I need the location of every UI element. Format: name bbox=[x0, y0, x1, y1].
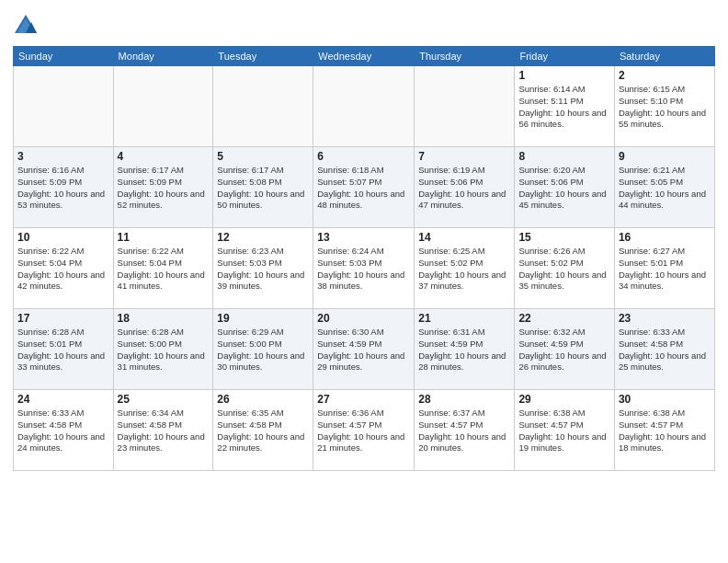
day-info: Sunrise: 6:21 AM Sunset: 5:05 PM Dayligh… bbox=[619, 165, 711, 212]
weekday-header-sunday: Sunday bbox=[14, 47, 114, 66]
day-number: 29 bbox=[518, 393, 609, 406]
day-cell: 29Sunrise: 6:38 AM Sunset: 4:57 PM Dayli… bbox=[515, 390, 614, 471]
day-cell: 20Sunrise: 6:30 AM Sunset: 4:59 PM Dayli… bbox=[313, 309, 415, 390]
day-number: 16 bbox=[619, 231, 711, 244]
day-number: 24 bbox=[17, 393, 109, 406]
day-cell: 4Sunrise: 6:17 AM Sunset: 5:09 PM Daylig… bbox=[113, 147, 213, 228]
day-cell: 30Sunrise: 6:38 AM Sunset: 4:57 PM Dayli… bbox=[614, 390, 714, 471]
day-cell: 6Sunrise: 6:18 AM Sunset: 5:07 PM Daylig… bbox=[313, 147, 415, 228]
day-info: Sunrise: 6:22 AM Sunset: 5:04 PM Dayligh… bbox=[17, 246, 109, 293]
day-info: Sunrise: 6:28 AM Sunset: 5:01 PM Dayligh… bbox=[17, 327, 109, 373]
day-cell: 10Sunrise: 6:22 AM Sunset: 5:04 PM Dayli… bbox=[14, 228, 114, 309]
day-info: Sunrise: 6:32 AM Sunset: 4:59 PM Dayligh… bbox=[518, 327, 609, 373]
day-number: 7 bbox=[418, 150, 510, 163]
day-cell: 28Sunrise: 6:37 AM Sunset: 4:57 PM Dayli… bbox=[415, 390, 515, 471]
day-cell bbox=[113, 66, 213, 147]
day-number: 12 bbox=[217, 231, 309, 244]
day-number: 10 bbox=[17, 231, 109, 244]
day-info: Sunrise: 6:19 AM Sunset: 5:06 PM Dayligh… bbox=[418, 165, 510, 212]
day-info: Sunrise: 6:23 AM Sunset: 5:03 PM Dayligh… bbox=[217, 246, 309, 293]
day-cell bbox=[415, 66, 515, 147]
day-number: 15 bbox=[518, 231, 609, 244]
day-info: Sunrise: 6:31 AM Sunset: 4:59 PM Dayligh… bbox=[418, 327, 510, 373]
day-cell: 3Sunrise: 6:16 AM Sunset: 5:09 PM Daylig… bbox=[14, 147, 114, 228]
day-cell: 2Sunrise: 6:15 AM Sunset: 5:10 PM Daylig… bbox=[614, 66, 714, 147]
day-info: Sunrise: 6:17 AM Sunset: 5:09 PM Dayligh… bbox=[118, 165, 210, 212]
day-cell bbox=[313, 66, 415, 147]
calendar-page: SundayMondayTuesdayWednesdayThursdayFrid… bbox=[0, 0, 728, 563]
logo bbox=[13, 13, 42, 39]
week-row-5: 24Sunrise: 6:33 AM Sunset: 4:58 PM Dayli… bbox=[14, 390, 715, 471]
day-info: Sunrise: 6:37 AM Sunset: 4:57 PM Dayligh… bbox=[418, 408, 510, 454]
day-number: 21 bbox=[418, 312, 510, 325]
day-number: 28 bbox=[418, 393, 510, 406]
day-cell bbox=[213, 66, 313, 147]
weekday-header-wednesday: Wednesday bbox=[313, 47, 415, 66]
day-cell: 9Sunrise: 6:21 AM Sunset: 5:05 PM Daylig… bbox=[614, 147, 714, 228]
day-info: Sunrise: 6:22 AM Sunset: 5:04 PM Dayligh… bbox=[118, 246, 210, 293]
day-info: Sunrise: 6:18 AM Sunset: 5:07 PM Dayligh… bbox=[317, 165, 410, 212]
weekday-header-saturday: Saturday bbox=[614, 47, 714, 66]
day-info: Sunrise: 6:26 AM Sunset: 5:02 PM Dayligh… bbox=[518, 246, 609, 293]
header bbox=[13, 9, 715, 39]
day-number: 23 bbox=[619, 312, 711, 325]
day-number: 19 bbox=[217, 312, 309, 325]
day-cell: 26Sunrise: 6:35 AM Sunset: 4:58 PM Dayli… bbox=[213, 390, 313, 471]
day-cell: 18Sunrise: 6:28 AM Sunset: 5:00 PM Dayli… bbox=[113, 309, 213, 390]
calendar-table: SundayMondayTuesdayWednesdayThursdayFrid… bbox=[13, 46, 715, 471]
day-number: 14 bbox=[418, 231, 510, 244]
day-cell: 8Sunrise: 6:20 AM Sunset: 5:06 PM Daylig… bbox=[515, 147, 614, 228]
day-cell: 16Sunrise: 6:27 AM Sunset: 5:01 PM Dayli… bbox=[614, 228, 714, 309]
day-info: Sunrise: 6:35 AM Sunset: 4:58 PM Dayligh… bbox=[217, 408, 309, 454]
day-cell: 13Sunrise: 6:24 AM Sunset: 5:03 PM Dayli… bbox=[313, 228, 415, 309]
day-number: 1 bbox=[518, 69, 609, 82]
day-number: 6 bbox=[317, 150, 410, 163]
day-number: 25 bbox=[118, 393, 210, 406]
day-cell: 25Sunrise: 6:34 AM Sunset: 4:58 PM Dayli… bbox=[113, 390, 213, 471]
day-cell: 5Sunrise: 6:17 AM Sunset: 5:08 PM Daylig… bbox=[213, 147, 313, 228]
day-info: Sunrise: 6:38 AM Sunset: 4:57 PM Dayligh… bbox=[619, 408, 711, 454]
day-info: Sunrise: 6:28 AM Sunset: 5:00 PM Dayligh… bbox=[118, 327, 210, 373]
logo-icon bbox=[13, 13, 39, 39]
weekday-header-row: SundayMondayTuesdayWednesdayThursdayFrid… bbox=[14, 47, 715, 66]
day-info: Sunrise: 6:29 AM Sunset: 5:00 PM Dayligh… bbox=[217, 327, 309, 373]
day-number: 8 bbox=[518, 150, 609, 163]
day-number: 27 bbox=[317, 393, 410, 406]
week-row-3: 10Sunrise: 6:22 AM Sunset: 5:04 PM Dayli… bbox=[14, 228, 715, 309]
weekday-header-tuesday: Tuesday bbox=[213, 47, 313, 66]
day-cell: 11Sunrise: 6:22 AM Sunset: 5:04 PM Dayli… bbox=[113, 228, 213, 309]
day-number: 13 bbox=[317, 231, 410, 244]
day-cell: 17Sunrise: 6:28 AM Sunset: 5:01 PM Dayli… bbox=[14, 309, 114, 390]
day-cell: 7Sunrise: 6:19 AM Sunset: 5:06 PM Daylig… bbox=[415, 147, 515, 228]
week-row-1: 1Sunrise: 6:14 AM Sunset: 5:11 PM Daylig… bbox=[14, 66, 715, 147]
day-info: Sunrise: 6:24 AM Sunset: 5:03 PM Dayligh… bbox=[317, 246, 410, 293]
day-info: Sunrise: 6:33 AM Sunset: 4:58 PM Dayligh… bbox=[619, 327, 711, 373]
day-number: 3 bbox=[17, 150, 109, 163]
day-number: 11 bbox=[118, 231, 210, 244]
day-info: Sunrise: 6:36 AM Sunset: 4:57 PM Dayligh… bbox=[317, 408, 410, 454]
week-row-2: 3Sunrise: 6:16 AM Sunset: 5:09 PM Daylig… bbox=[14, 147, 715, 228]
day-info: Sunrise: 6:27 AM Sunset: 5:01 PM Dayligh… bbox=[619, 246, 711, 293]
day-info: Sunrise: 6:25 AM Sunset: 5:02 PM Dayligh… bbox=[418, 246, 510, 293]
day-number: 2 bbox=[619, 69, 711, 82]
day-number: 4 bbox=[118, 150, 210, 163]
day-cell: 15Sunrise: 6:26 AM Sunset: 5:02 PM Dayli… bbox=[515, 228, 614, 309]
weekday-header-monday: Monday bbox=[113, 47, 213, 66]
day-info: Sunrise: 6:15 AM Sunset: 5:10 PM Dayligh… bbox=[619, 84, 711, 131]
weekday-header-friday: Friday bbox=[515, 47, 614, 66]
day-info: Sunrise: 6:30 AM Sunset: 4:59 PM Dayligh… bbox=[317, 327, 410, 373]
day-number: 17 bbox=[17, 312, 109, 325]
day-number: 18 bbox=[118, 312, 210, 325]
day-cell: 12Sunrise: 6:23 AM Sunset: 5:03 PM Dayli… bbox=[213, 228, 313, 309]
day-info: Sunrise: 6:14 AM Sunset: 5:11 PM Dayligh… bbox=[518, 84, 609, 131]
day-number: 20 bbox=[317, 312, 410, 325]
day-number: 30 bbox=[619, 393, 711, 406]
day-cell: 24Sunrise: 6:33 AM Sunset: 4:58 PM Dayli… bbox=[14, 390, 114, 471]
weekday-header-thursday: Thursday bbox=[415, 47, 515, 66]
day-info: Sunrise: 6:17 AM Sunset: 5:08 PM Dayligh… bbox=[217, 165, 309, 212]
day-info: Sunrise: 6:33 AM Sunset: 4:58 PM Dayligh… bbox=[17, 408, 109, 454]
day-cell: 22Sunrise: 6:32 AM Sunset: 4:59 PM Dayli… bbox=[515, 309, 614, 390]
day-info: Sunrise: 6:38 AM Sunset: 4:57 PM Dayligh… bbox=[518, 408, 609, 454]
day-info: Sunrise: 6:34 AM Sunset: 4:58 PM Dayligh… bbox=[118, 408, 210, 454]
day-cell: 19Sunrise: 6:29 AM Sunset: 5:00 PM Dayli… bbox=[213, 309, 313, 390]
